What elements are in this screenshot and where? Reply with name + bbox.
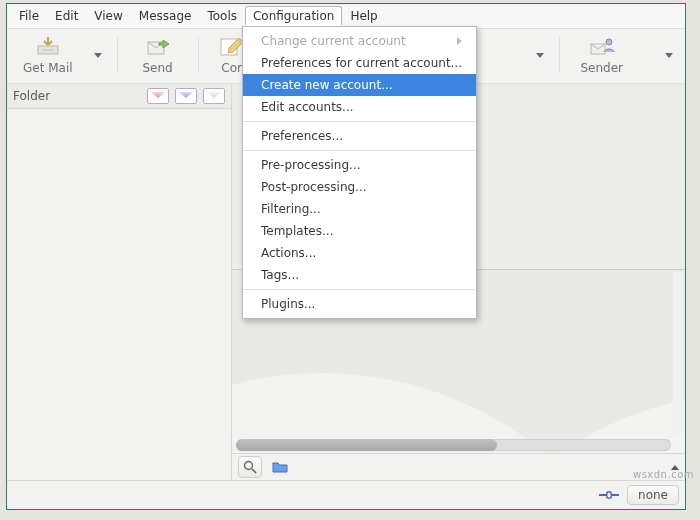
menu-configuration[interactable]: Configuration xyxy=(245,6,342,26)
menuitem-edit-accounts[interactable]: Edit accounts... xyxy=(243,96,476,118)
menuitem-plugins[interactable]: Plugins... xyxy=(243,293,476,315)
menuitem-label: Actions... xyxy=(261,246,316,260)
toolbar-separator xyxy=(117,37,118,73)
compose-icon xyxy=(219,35,245,59)
chevron-down-icon xyxy=(536,53,544,58)
menuitem-label: Change current account xyxy=(261,34,406,48)
send-button[interactable]: Send xyxy=(128,33,188,77)
folder-header-label: Folder xyxy=(13,89,141,103)
chevron-down-icon xyxy=(665,53,673,58)
getmail-label: Get Mail xyxy=(23,61,73,75)
menu-separator xyxy=(243,150,476,151)
menuitem-preferences[interactable]: Preferences... xyxy=(243,125,476,147)
menuitem-filtering[interactable]: Filtering... xyxy=(243,198,476,220)
menu-separator xyxy=(243,121,476,122)
menuitem-label: Tags... xyxy=(261,268,299,282)
toolbar-separator xyxy=(198,37,199,73)
connection-status[interactable]: none xyxy=(627,485,679,505)
svg-point-3 xyxy=(606,39,612,45)
getmail-button[interactable]: Get Mail xyxy=(13,33,83,77)
menuitem-label: Filtering... xyxy=(261,202,321,216)
menu-view[interactable]: View xyxy=(86,6,130,26)
send-icon xyxy=(145,35,171,59)
scrollbar-thumb[interactable] xyxy=(236,439,497,451)
send-label: Send xyxy=(142,61,172,75)
menuitem-label: Create new account... xyxy=(261,78,393,92)
folder-open-icon xyxy=(272,460,288,474)
sender-button[interactable]: Sender xyxy=(570,33,633,77)
folder-header[interactable]: Folder xyxy=(7,84,231,109)
horizontal-scrollbar[interactable] xyxy=(236,439,671,451)
folder-pane: Folder xyxy=(7,84,232,480)
preview-toolbar xyxy=(232,453,685,480)
menu-tools[interactable]: Tools xyxy=(199,6,245,26)
menuitem-label: Preferences... xyxy=(261,129,343,143)
chevron-down-icon xyxy=(94,53,102,58)
sender-label: Sender xyxy=(580,61,623,75)
connection-indicator-icon[interactable] xyxy=(597,488,621,502)
watermark: wsxdn.com xyxy=(633,469,694,480)
status-bar: none xyxy=(7,480,685,509)
menu-separator xyxy=(243,289,476,290)
svg-point-4 xyxy=(245,462,253,470)
menuitem-pre-processing[interactable]: Pre-processing... xyxy=(243,154,476,176)
menu-help[interactable]: Help xyxy=(342,6,385,26)
compose-label: Cor xyxy=(221,61,242,75)
menu-file[interactable]: File xyxy=(11,6,47,26)
vertical-scrollbar[interactable] xyxy=(673,272,683,437)
sort-dropdown-left[interactable] xyxy=(531,33,549,77)
menuitem-label: Preferences for current account... xyxy=(261,56,462,70)
menuitem-label: Post-processing... xyxy=(261,180,367,194)
getmail-dropdown[interactable] xyxy=(89,33,107,77)
menuitem-post-processing[interactable]: Post-processing... xyxy=(243,176,476,198)
toolbar-separator xyxy=(559,37,560,73)
menuitem-change-current-account[interactable]: Change current account xyxy=(243,30,476,52)
envelope-purple-icon[interactable] xyxy=(175,88,197,104)
menu-message[interactable]: Message xyxy=(131,6,200,26)
person-envelope-icon xyxy=(589,35,615,59)
menuitem-label: Edit accounts... xyxy=(261,100,354,114)
inbox-arrow-icon xyxy=(35,35,61,59)
menuitem-templates[interactable]: Templates... xyxy=(243,220,476,242)
svg-rect-6 xyxy=(608,493,611,498)
menuitem-preferences-current-account[interactable]: Preferences for current account... xyxy=(243,52,476,74)
open-folder-button[interactable] xyxy=(268,456,292,478)
menuitem-label: Templates... xyxy=(261,224,333,238)
sender-dropdown[interactable] xyxy=(639,33,679,77)
menuitem-actions[interactable]: Actions... xyxy=(243,242,476,264)
menuitem-label: Pre-processing... xyxy=(261,158,361,172)
submenu-arrow-icon xyxy=(457,34,462,48)
menuitem-create-new-account[interactable]: Create new account... xyxy=(243,74,476,96)
envelope-red-icon[interactable] xyxy=(147,88,169,104)
menuitem-label: Plugins... xyxy=(261,297,315,311)
envelope-icon[interactable] xyxy=(203,88,225,104)
app-window: File Edit View Message Tools Configurati… xyxy=(6,3,686,510)
menu-edit[interactable]: Edit xyxy=(47,6,86,26)
search-tool-button[interactable] xyxy=(238,456,262,478)
magnifier-icon xyxy=(243,460,257,474)
folder-tree[interactable] xyxy=(7,109,231,480)
menuitem-tags[interactable]: Tags... xyxy=(243,264,476,286)
configuration-menu-dropdown: Change current account Preferences for c… xyxy=(242,26,477,319)
